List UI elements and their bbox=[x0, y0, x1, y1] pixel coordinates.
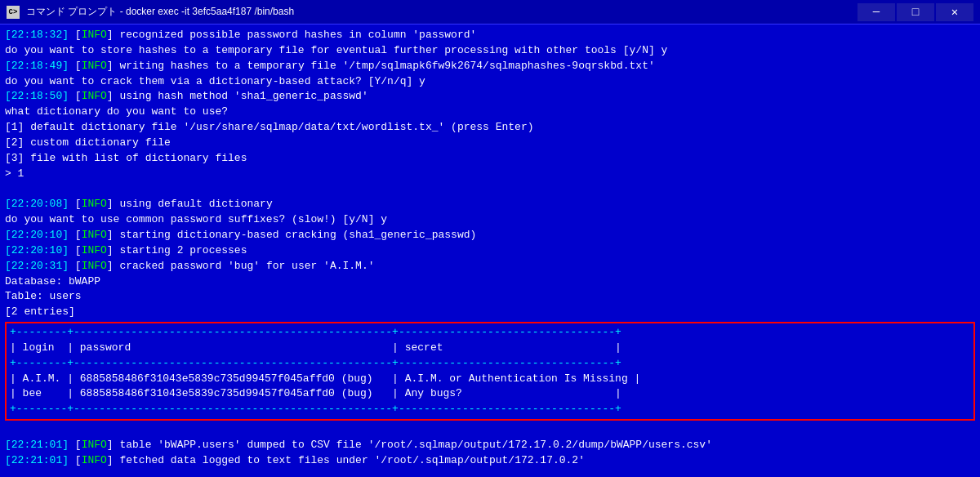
info-tag: INFO bbox=[82, 244, 107, 256]
terminal-line: [2 entries] bbox=[5, 305, 975, 320]
info-tag: INFO bbox=[82, 29, 107, 41]
terminal-line: [22:21:01] [INFO] fetched data logged to… bbox=[5, 453, 975, 469]
table-border-bot: +--------+------------------------------… bbox=[10, 402, 970, 417]
timestamp: [22:18:32] bbox=[5, 29, 69, 41]
terminal-line bbox=[5, 469, 975, 477]
maximize-button[interactable]: □ bbox=[897, 3, 934, 21]
info-tag: INFO bbox=[82, 198, 107, 210]
window-title: コマンド プロンプト - docker exec -it 3efc5aa4f18… bbox=[26, 5, 294, 19]
info-tag: INFO bbox=[82, 60, 107, 72]
terminal-line: what dictionary do you want to use? bbox=[5, 105, 975, 120]
table-border-top: +--------+------------------------------… bbox=[10, 325, 970, 341]
terminal-line: [22:20:08] [INFO] using default dictiona… bbox=[5, 197, 975, 212]
table-header: | login | password | secret | bbox=[10, 341, 970, 356]
timestamp: [22:20:31] bbox=[5, 260, 69, 272]
info-tag: INFO bbox=[82, 439, 107, 451]
app-icon-text: C> bbox=[9, 8, 18, 16]
terminal-line bbox=[5, 181, 975, 197]
terminal-line: Database: bWAPP bbox=[5, 274, 975, 290]
titlebar-left: C> コマンド プロンプト - docker exec -it 3efc5aa4… bbox=[7, 5, 294, 19]
terminal-line: [22:18:50] [INFO] using hash method 'sha… bbox=[5, 89, 975, 105]
table-border-mid: +--------+------------------------------… bbox=[10, 356, 970, 372]
results-table: +--------+------------------------------… bbox=[5, 322, 975, 421]
info-tag: INFO bbox=[82, 90, 107, 102]
info-tag: INFO bbox=[82, 454, 107, 466]
timestamp: [22:18:49] bbox=[5, 60, 69, 72]
terminal-line: > 1 bbox=[5, 167, 975, 182]
timestamp: [22:18:50] bbox=[5, 90, 69, 102]
timestamp: [22:20:10] bbox=[5, 244, 69, 256]
terminal-line: [22:20:31] [INFO] cracked password 'bug'… bbox=[5, 259, 975, 274]
terminal-line: do you want to crack them via a dictiona… bbox=[5, 74, 975, 90]
info-tag: INFO bbox=[82, 260, 107, 272]
terminal-line: [22:21:01] [INFO] table 'bWAPP.users' du… bbox=[5, 438, 975, 453]
terminal: [22:18:32] [INFO] recognized possible pa… bbox=[0, 25, 980, 477]
info-tag: INFO bbox=[82, 229, 107, 241]
terminal-line bbox=[5, 422, 975, 438]
table-row-1: | A.I.M. | 6885858486f31043e5839c735d994… bbox=[10, 372, 970, 387]
timestamp: [22:21:01] bbox=[5, 439, 69, 451]
titlebar: C> コマンド プロンプト - docker exec -it 3efc5aa4… bbox=[0, 0, 980, 25]
terminal-line: do you want to use common password suffi… bbox=[5, 212, 975, 228]
terminal-line: [22:20:10] [INFO] starting dictionary-ba… bbox=[5, 228, 975, 243]
minimize-button[interactable]: ─ bbox=[858, 3, 895, 21]
terminal-line: do you want to store hashes to a tempora… bbox=[5, 43, 975, 59]
timestamp: [22:21:01] bbox=[5, 454, 69, 466]
timestamp: [22:20:10] bbox=[5, 229, 69, 241]
terminal-line: [22:20:10] [INFO] starting 2 processes bbox=[5, 243, 975, 259]
terminal-line: Table: users bbox=[5, 289, 975, 305]
timestamp: [22:20:08] bbox=[5, 198, 69, 210]
terminal-line: [1] default dictionary file '/usr/share/… bbox=[5, 120, 975, 136]
table-row-2: | bee | 6885858486f31043e5839c735d99457f… bbox=[10, 386, 970, 402]
terminal-line: [3] file with list of dictionary files bbox=[5, 151, 975, 167]
terminal-line: [22:18:32] [INFO] recognized possible pa… bbox=[5, 28, 975, 43]
terminal-line: [2] custom dictionary file bbox=[5, 136, 975, 151]
titlebar-controls: ─ □ ✕ bbox=[858, 3, 973, 21]
app-icon: C> bbox=[7, 6, 20, 19]
terminal-line: [22:18:49] [INFO] writing hashes to a te… bbox=[5, 59, 975, 74]
close-button[interactable]: ✕ bbox=[936, 3, 973, 21]
